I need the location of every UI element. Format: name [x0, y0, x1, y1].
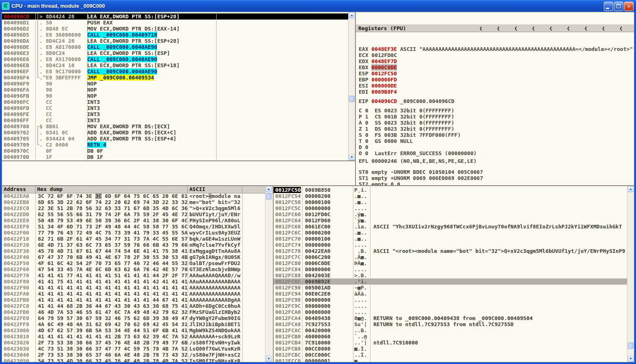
chevron-left-icon[interactable]: ❮	[584, 25, 588, 31]
stack-row[interactable]: 0012FC800006C0DEÞÀ■.	[274, 260, 628, 266]
scroll-down-icon[interactable]: ▼	[349, 154, 355, 160]
dump-row[interactable]: 00422EA03C 72 6F 6F 74 3E 3C 6D 6F 64 75…	[2, 193, 265, 199]
scroll-down-icon[interactable]: ▼	[628, 356, 634, 362]
dump-header-hex[interactable]: Hex dump	[35, 186, 188, 193]
dump-row[interactable]: 004230304C 73 51 38 30 66 37 47 77 4C 59…	[2, 346, 265, 352]
disasm-row[interactable]: 004096FE CCINT3	[2, 111, 349, 117]
disasm-row[interactable]: 004096FD CCINT3	[2, 105, 349, 111]
disasm-row[interactable]: 0040970D 1FDB 1F	[2, 154, 349, 160]
dump-row[interactable]: 004230004D 67 62 57 39 6B 5A 53 34 4E 44…	[2, 327, 265, 333]
stack-scrollbar[interactable]: ▲ ▼	[627, 186, 634, 362]
disasm-row[interactable]: 004096FB 90NOP	[2, 93, 349, 99]
disasm-row[interactable]: 004096F4└.^E9 3BFEFFFFJMP _009C000.00409…	[2, 75, 349, 81]
stack-row[interactable]: 0012FC9800000000....	[274, 297, 628, 303]
disasm-row[interactable]: 004096DA│. 8D4C24 28LEA ECX,DWORD PTR SS…	[2, 38, 349, 44]
dump-row[interactable]: 00422F6047 54 33 45 7A 4E 6C 6D 63 62 6A…	[2, 266, 265, 272]
dump-row[interactable]: 00422EC022 3E 51 2B 78 56 32 63 33 71 67…	[2, 205, 265, 211]
dump-row[interactable]: 00422FA041 41 41 41 41 41 41 41 41 41 41…	[2, 291, 265, 297]
stack-row[interactable]: 0012FC7C0006C200.Â■.	[274, 254, 628, 260]
chevron-left-icon[interactable]: ❮	[619, 25, 623, 31]
stack-row[interactable]: 0012FCA4004094388■@.RETURN to _009C000.0…	[274, 315, 628, 321]
stack-row[interactable]: 0012FC8C0069B92E.¹i.	[274, 278, 628, 285]
dump-row[interactable]: 00422FC041 41 44 68 2B 36 44 67 43 30 43…	[2, 303, 265, 309]
register-line[interactable]: P 1 CS 001B 32bit 0(FFFFFFFF)	[359, 114, 634, 120]
dump-scroll-thumb[interactable]	[266, 193, 272, 200]
register-line[interactable]: EBP 000000FD	[359, 77, 634, 83]
chevron-left-icon[interactable]: ❮	[532, 25, 535, 31]
stack-row[interactable]: 0012FC6C00000200.■..	[274, 230, 628, 236]
dump-row[interactable]: 00422EB06D 65 3D 22 62 6F 74 22 20 62 69…	[2, 199, 265, 205]
register-line[interactable]: D 0	[359, 144, 634, 150]
disasm-row[interactable]: 004096FF CCINT3	[2, 117, 349, 123]
disasm-row[interactable]: 004096FA 90NOP	[2, 87, 349, 93]
chevron-left-icon[interactable]: ❮	[549, 25, 553, 31]
register-line[interactable]: Z 1 DS 0023 32bit 0(FFFFFFFF)	[359, 126, 634, 132]
chevron-left-icon[interactable]: ❮	[602, 25, 605, 31]
maximize-button[interactable]	[614, 2, 623, 11]
disassembly-pane[interactable]: 004096CD│> 8D4424 28LEA EAX,DWORD PTR SS…	[2, 12, 355, 161]
stack-row[interactable]: 0012FC600012FD0C.ý■.	[274, 211, 628, 217]
disasm-row[interactable]: 004096F9 90NOP	[2, 81, 349, 87]
stack-pane[interactable]: 0012FC500069B850P¸i.0012FC5400000200.■..…	[273, 186, 634, 362]
scroll-up-icon[interactable]: ▲	[266, 186, 272, 192]
chevron-left-icon[interactable]: ❮	[514, 25, 518, 31]
stack-row[interactable]: 0012FCB800CC0008■.Ì.	[274, 346, 628, 352]
disasm-row[interactable]: 00409700┌$ 8B01MOV EAX,DWORD PTR DS:[ECX…	[2, 123, 349, 129]
stack-row[interactable]: 0012FCC000000001■...	[274, 358, 628, 362]
disasm-col-divider[interactable]	[87, 12, 88, 160]
register-line[interactable]: EIP 004096CD _009C000.004096CD	[359, 98, 634, 104]
disasm-row[interactable]: 004096E3│. 8D0C24LEA ECX,DWORD PTR SS:[E…	[2, 50, 349, 56]
stack-row[interactable]: 0012FCAC00420000..B.	[274, 327, 628, 333]
scroll-up-icon[interactable]: ▲	[628, 186, 634, 192]
close-button[interactable]: ✕	[624, 2, 634, 11]
info-pane[interactable]: Stack address=0012FC78 EAX=0048EF3E, (AS…	[2, 161, 355, 186]
disasm-row[interactable]: 004096FC CCINT3	[2, 99, 349, 105]
stack-row[interactable]: 0012FC7800422EA0 .B.ASCII "<root><module…	[274, 248, 628, 254]
stack-row[interactable]: 0012FC5C00000000....	[274, 205, 628, 211]
stack-scroll-thumb[interactable]	[628, 342, 634, 349]
stack-row[interactable]: 0012FC640012FD60`ý■.	[274, 217, 628, 224]
dump-col-divider[interactable]	[242, 193, 243, 362]
register-line[interactable]: EBX 0006C0DE	[359, 64, 634, 70]
disasm-col-divider[interactable]	[216, 12, 217, 160]
dump-row[interactable]: 00422F504F 61 6C 42 54 2F 70 73 65 77 46…	[2, 260, 265, 266]
stack-row[interactable]: 0012FC5400000200.■..	[274, 193, 628, 199]
stack-row[interactable]: 0012FC7000000100.■..	[274, 236, 628, 242]
stack-row[interactable]: 0012FCA87C927553Su'|RETURN to ntdll.7C92…	[274, 321, 628, 327]
disasm-row[interactable]: 00409702│. 0341 0CADD EAX,DWORD PTR DS:[…	[2, 129, 349, 136]
dump-row[interactable]: 00422FD046 4D 7A 53 46 55 61 47 6C 7A 49…	[2, 309, 265, 315]
registers-pane[interactable]: Registers (FPU) ❮❮❮❮❮❮❮❮❮ EAX 0048EF3E A…	[355, 12, 634, 186]
dump-row[interactable]: 00422F7041 41 41 77 41 41 41 41 51 41 41…	[2, 272, 265, 278]
dump-row[interactable]: 00422EE050 48 79 53 49 6E 50 39 36 6C 2F…	[2, 217, 265, 224]
scroll-down-icon[interactable]: ▼	[266, 356, 272, 362]
dump-col-divider[interactable]	[188, 193, 188, 362]
disasm-row[interactable]: 004096D5│. E8 36000000CALL _009C000.0040…	[2, 32, 349, 38]
stack-row[interactable]: 0012FC8400000000....	[274, 266, 628, 272]
dump-row[interactable]: 0042305054 73 53 4D 30 66 37 45 76 4E 48…	[2, 358, 265, 362]
stack-row[interactable]: 0012FC9400E0C2E0àÂà.	[274, 291, 628, 297]
stack-row[interactable]: 0012FC880042003E>.B.	[274, 272, 628, 278]
minimize-button[interactable]	[604, 2, 613, 11]
chevron-left-icon[interactable]: ❮	[479, 25, 482, 31]
disasm-row[interactable]: 00409709└. C2 0400RETN 4	[2, 142, 349, 148]
stack-col-divider[interactable]	[302, 186, 303, 362]
register-line[interactable]: EDI 0069B8F4	[359, 89, 634, 95]
register-line[interactable]: S 0 FS 003B 32bit 7FFDF000(FFF)	[359, 132, 634, 138]
dump-row[interactable]: 00422FF04A 6C 49 48 4A 31 62 69 42 70 62…	[2, 321, 265, 327]
stack-col-divider[interactable]	[370, 186, 371, 362]
register-line[interactable]: ST1 empty +UNORM 0069 006E0069 002E0067	[359, 175, 634, 181]
disasm-row[interactable]: 004096EF│. E8 9C170000CALL _009C000.0040…	[2, 68, 349, 75]
dump-row[interactable]: 00422F206E 4D 71 37 63 6C 73 65 37 59 76…	[2, 242, 265, 248]
disasm-row[interactable]: 004096CD│> 8D4424 28LEA EAX,DWORD PTR SS…	[2, 13, 349, 20]
disasm-col-divider[interactable]	[35, 12, 36, 160]
register-line[interactable]: T 0 GS 0000 NULL	[359, 138, 634, 144]
stack-row[interactable]: 0012FC500069B850P¸i.	[274, 187, 628, 193]
stack-row[interactable]: 0012FC680061EC00.ìa.ASCII "Yhc3XUIiv2rNz…	[274, 224, 628, 230]
disasm-row[interactable]: 004096D1│. 50PUSH EAX	[2, 20, 349, 26]
dump-row[interactable]: 0042301041 41 41 41 41 41 41 41 2B 73 63…	[2, 333, 265, 340]
register-line[interactable]: ECX 0012FD0C	[359, 52, 634, 58]
dump-row[interactable]: 00422FB041 41 41 41 41 41 41 41 41 41 41…	[2, 297, 265, 303]
disasm-row[interactable]: 004096E6│. E8 A5170000CALL _009C000.0040…	[2, 56, 349, 62]
stack-row[interactable]: 0012FC5800000100.■..	[274, 199, 628, 205]
stack-row[interactable]: 0012FC9C00000000....	[274, 303, 628, 309]
